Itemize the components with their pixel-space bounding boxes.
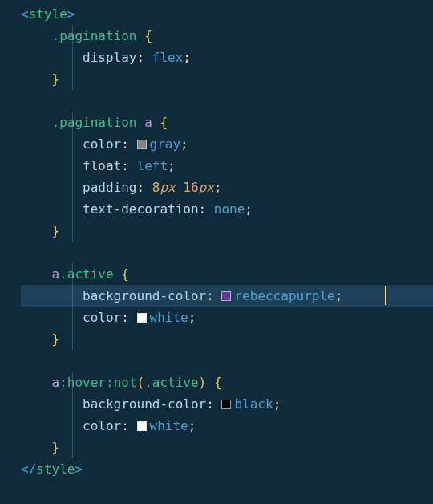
color-swatch: [221, 291, 231, 301]
code-token: 8: [152, 180, 160, 195]
code-token: [21, 115, 52, 130]
code-line[interactable]: }: [21, 68, 433, 90]
code-line[interactable]: color: white;: [21, 307, 433, 328]
code-token: [206, 375, 214, 390]
code-line[interactable]: [21, 350, 433, 372]
code-token: .active: [144, 375, 198, 390]
code-token: }: [52, 331, 60, 347]
code-token: padding: [83, 180, 136, 195]
code-token: flex: [152, 50, 184, 65]
indent-guide: [72, 307, 73, 328]
code-line[interactable]: <style>: [21, 3, 433, 25]
code-line[interactable]: .pagination {: [21, 25, 433, 47]
code-token: [21, 28, 52, 43]
code-line[interactable]: a.active {: [21, 263, 433, 285]
code-line[interactable]: }: [21, 220, 433, 242]
code-line[interactable]: .pagination a {: [21, 112, 433, 133]
code-token: none: [214, 201, 245, 217]
code-token: :: [137, 180, 152, 195]
code-token: }: [52, 71, 60, 87]
code-line[interactable]: color: gray;: [21, 133, 433, 155]
code-token: color: [83, 310, 121, 325]
code-token: [21, 375, 52, 390]
code-token: black: [234, 396, 273, 412]
code-token: .pagination: [52, 28, 137, 43]
code-token: [21, 266, 52, 282]
code-token: (: [137, 375, 145, 390]
code-token: display: [83, 50, 136, 65]
code-token: text-decoration: [83, 201, 199, 217]
code-token: [21, 310, 83, 325]
code-token: [114, 266, 122, 282]
code-token: style: [29, 6, 67, 22]
indent-guide: [72, 372, 73, 393]
code-line[interactable]: }: [21, 437, 433, 458]
indent-guide: [72, 155, 73, 177]
code-token: [21, 201, 83, 217]
code-line[interactable]: color: white;: [21, 415, 433, 437]
code-token: style: [36, 461, 75, 477]
code-line[interactable]: a:hover:not(.active) {: [21, 372, 433, 393]
code-line[interactable]: background-color: black;: [21, 393, 433, 415]
code-token: :: [59, 375, 67, 390]
indent-guide: [72, 328, 73, 350]
code-token: >: [75, 461, 83, 477]
indent-guide: [72, 133, 73, 155]
code-token: [21, 331, 52, 347]
indent-guide: [72, 47, 73, 68]
indent-guide: [72, 25, 73, 47]
code-token: >: [67, 6, 75, 22]
code-line[interactable]: [21, 242, 433, 263]
indent-guide: [72, 198, 73, 220]
code-token: {: [214, 375, 222, 390]
code-line[interactable]: padding: 8px 16px;: [21, 177, 433, 198]
code-line[interactable]: </style>: [21, 458, 433, 480]
code-line[interactable]: }: [21, 328, 433, 350]
code-token: a: [52, 266, 60, 282]
code-token: 16: [183, 180, 198, 195]
code-token: [21, 136, 83, 152]
code-token: ;: [188, 418, 196, 433]
code-editor[interactable]: <style> .pagination { display: flex; } .…: [0, 0, 433, 480]
code-token: ;: [188, 310, 196, 325]
code-token: white: [150, 418, 188, 433]
code-token: .active: [59, 266, 113, 282]
indent-guide: [72, 415, 73, 437]
code-token: {: [160, 115, 168, 130]
code-line[interactable]: float: left;: [21, 155, 433, 177]
code-token: [21, 223, 52, 238]
code-token: .pagination: [52, 115, 137, 130]
code-line[interactable]: text-decoration: none;: [21, 198, 433, 220]
color-swatch: [137, 313, 147, 323]
code-token: float: [83, 158, 121, 173]
code-token: hover: [67, 375, 106, 390]
indent-guide: [72, 177, 73, 198]
indent-guide: [72, 393, 73, 415]
code-token: :: [106, 375, 114, 390]
code-token: <: [21, 6, 29, 22]
code-token: ;: [245, 201, 253, 217]
indent-guide: [72, 285, 73, 307]
code-token: ;: [180, 136, 188, 152]
code-token: :: [199, 201, 214, 217]
code-line[interactable]: [21, 90, 433, 112]
code-line[interactable]: display: flex;: [21, 47, 433, 68]
code-token: gray: [150, 136, 181, 152]
code-token: :: [121, 136, 136, 152]
code-token: a: [144, 115, 152, 130]
code-token: [21, 288, 83, 303]
code-token: [137, 115, 145, 130]
code-token: }: [52, 440, 60, 455]
code-token: a: [52, 375, 60, 390]
indent-guide: [72, 112, 73, 133]
code-token: :: [206, 396, 221, 412]
code-token: :: [121, 418, 136, 433]
code-token: }: [52, 223, 60, 238]
code-line[interactable]: background-color: rebeccapurple;: [21, 285, 433, 307]
code-token: color: [83, 136, 121, 152]
code-token: px: [199, 180, 214, 195]
code-token: {: [121, 266, 129, 282]
indent-guide: [72, 68, 73, 90]
code-token: [21, 396, 83, 412]
code-token: ;: [168, 158, 176, 173]
